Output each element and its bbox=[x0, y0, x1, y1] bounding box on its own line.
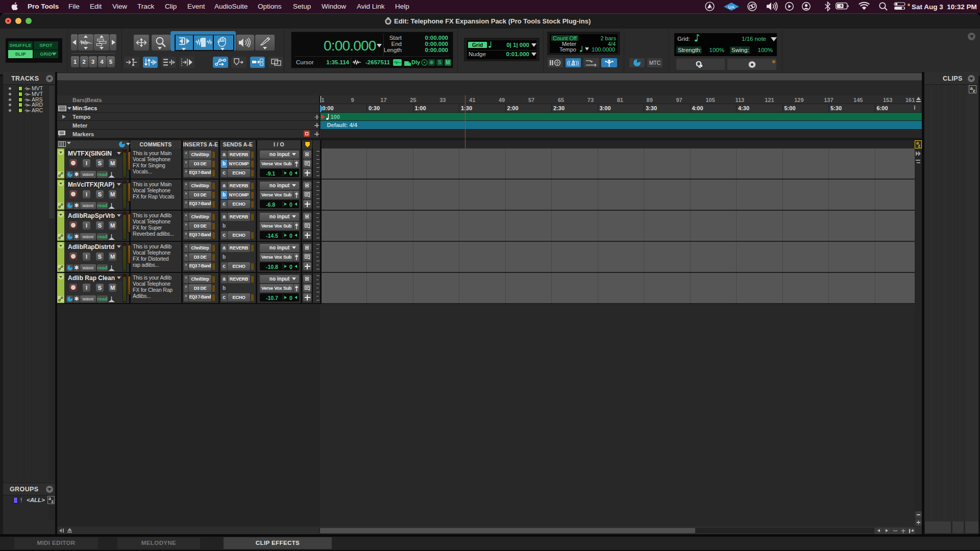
svg-text:)): )) bbox=[576, 60, 579, 66]
svg-text:UA: UA bbox=[728, 5, 735, 10]
svg-text:((: (( bbox=[567, 60, 571, 66]
